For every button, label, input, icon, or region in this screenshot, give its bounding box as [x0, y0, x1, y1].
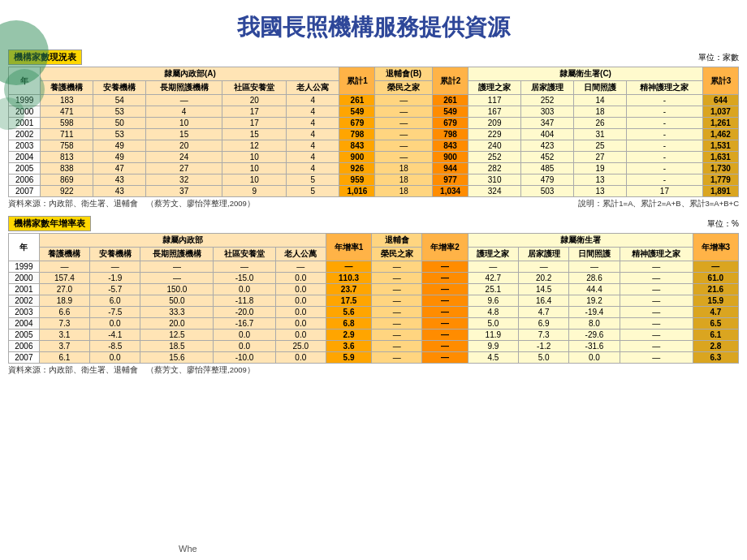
td-d1: 42.7 — [468, 273, 518, 284]
td-d3: 25 — [574, 140, 627, 152]
td-d2: 503 — [521, 186, 574, 197]
td-m3: 37 — [146, 186, 222, 197]
td-v1: — — [372, 330, 422, 341]
td-year: 2006 — [9, 341, 40, 352]
td-m5: 0.0 — [275, 273, 326, 284]
td-s3: 1,891 — [702, 186, 738, 197]
th-sum1: 累計1 — [339, 67, 375, 95]
td-m1: — — [39, 261, 89, 273]
td-d1: 4.5 — [468, 352, 518, 364]
td-v1: 18 — [375, 174, 433, 186]
td-s3: 1,730 — [702, 163, 738, 174]
td-s1: 798 — [339, 129, 375, 140]
td-m2: -1.9 — [90, 273, 140, 284]
td-m5: 0.0 — [275, 295, 326, 307]
td-m2: 54 — [93, 95, 146, 106]
td-s1: 17.5 — [326, 295, 371, 307]
td-d4: — — [620, 273, 693, 284]
td-d1: 310 — [468, 174, 521, 186]
th-doh-group2: 隸屬衛生署 — [468, 234, 693, 248]
section1-unit: 單位：家數 — [698, 52, 739, 63]
td-v1: — — [375, 140, 433, 152]
table-row: 2004 813 49 24 10 4 900 — 900 252 452 27… — [9, 152, 739, 163]
td-m3: 20 — [146, 140, 222, 152]
th-vai1: 榮民之家 — [375, 81, 433, 95]
th-moi3: 長期照護機構 — [146, 81, 222, 95]
td-s2: 679 — [433, 118, 468, 129]
td-m4: -11.8 — [214, 295, 275, 307]
td-d1: 209 — [468, 118, 521, 129]
td-m3: 150.0 — [140, 284, 214, 295]
td-s2: — — [422, 330, 468, 341]
td-s1: 5.6 — [326, 307, 371, 318]
td-d1: 117 — [468, 95, 521, 106]
source2: 資料來源：內政部、衛生署、退輔會 （蔡芳文、廖怡萍整理,2009） — [8, 365, 255, 376]
table-row: 1999 183 54 — 20 4 261 — 261 117 252 14 … — [9, 95, 739, 106]
td-s1: 23.7 — [326, 284, 371, 295]
th-sum3: 累計3 — [702, 67, 738, 95]
th-doh4: 精神護理之家 — [627, 81, 703, 95]
td-year: 2000 — [9, 273, 40, 284]
td-m5: 0.0 — [275, 318, 326, 330]
th-doh3: 日間照護 — [574, 81, 627, 95]
td-d4: — — [620, 295, 693, 307]
td-m5: 0.0 — [275, 284, 326, 295]
table-row: 2007 922 43 37 9 5 1,016 18 1,034 324 50… — [9, 186, 739, 197]
td-year: 2002 — [9, 129, 41, 140]
td-v1: — — [375, 129, 433, 140]
table-row: 2007 6.1 0.0 15.6 -10.0 0.0 5.9 — — 4.5 … — [9, 352, 739, 364]
td-m2: 47 — [93, 163, 146, 174]
th-moi4: 社區安養堂 — [222, 81, 287, 95]
page-container: 我國長照機構服務提供資源 機構家數現況表 單位：家數 年 隸屬內政部(A) 累計… — [0, 0, 747, 560]
table1: 年 隸屬內政部(A) 累計1 退輔會(B) 累計2 隸屬衛生署(C) 累計3 養… — [8, 67, 739, 197]
td-m2: -5.7 — [90, 284, 140, 295]
section-table2: 機構家數年增率表 單位：% 年 隸屬內政部 年增率1 退輔會 年增率2 隸屬衛生… — [8, 216, 739, 376]
td-m5: 5 — [287, 186, 339, 197]
td-s3: 61.0 — [693, 273, 738, 284]
table2-body: 1999 — — — — — — — — — — — — — 2000 157.… — [9, 261, 739, 364]
td-s3: 1,631 — [702, 152, 738, 163]
td-d4: - — [627, 106, 703, 118]
table1-body: 1999 183 54 — 20 4 261 — 261 117 252 14 … — [9, 95, 739, 197]
section-table1: 機構家數現況表 單位：家數 年 隸屬內政部(A) 累計1 退輔會(B) 累計2 … — [8, 50, 739, 209]
td-d3: 13 — [574, 174, 627, 186]
td-d3: 8.0 — [569, 318, 620, 330]
main-title: 我國長照機構服務提供資源 — [8, 4, 739, 43]
td-m4: -10.0 — [214, 352, 275, 364]
td-m5: 5 — [287, 174, 339, 186]
table-row: 2002 18.9 6.0 50.0 -11.8 0.0 17.5 — — 9.… — [9, 295, 739, 307]
td-d1: 252 — [468, 152, 521, 163]
td-s3: 2.8 — [693, 341, 738, 352]
td-s3: 6.5 — [693, 318, 738, 330]
td-s1: 900 — [339, 152, 375, 163]
td-year: 2005 — [9, 163, 41, 174]
td-d1: 4.8 — [468, 307, 518, 318]
th-moi1: 養護機構 — [41, 81, 93, 95]
td-m3: — — [140, 261, 214, 273]
td-d3: 14 — [574, 95, 627, 106]
td-s1: 5.9 — [326, 352, 371, 364]
td-s2: 843 — [433, 140, 468, 152]
td-d1: 5.0 — [468, 318, 518, 330]
td-d3: -19.4 — [569, 307, 620, 318]
td-d2: 16.4 — [519, 295, 569, 307]
td-s2: 900 — [433, 152, 468, 163]
td-m4: 20 — [222, 95, 287, 106]
td-year: 2003 — [9, 140, 41, 152]
td-m1: 6.1 — [39, 352, 89, 364]
td-year: 2004 — [9, 318, 40, 330]
td-d3: -31.6 — [569, 341, 620, 352]
td-year: 2005 — [9, 330, 40, 341]
td-m1: 157.4 — [39, 273, 89, 284]
td-m1: 27.0 — [39, 284, 89, 295]
td-v1: 18 — [375, 186, 433, 197]
td-m1: 183 — [41, 95, 93, 106]
td-s3: 6.1 — [693, 330, 738, 341]
td-v1: — — [372, 284, 422, 295]
td-s1: 1,016 — [339, 186, 375, 197]
td-s1: 843 — [339, 140, 375, 152]
td-s3: — — [693, 261, 738, 273]
th-moi2: 安養機構 — [93, 81, 146, 95]
th-doh4-2: 精神護理之家 — [620, 248, 693, 261]
td-m4: -16.7 — [214, 318, 275, 330]
